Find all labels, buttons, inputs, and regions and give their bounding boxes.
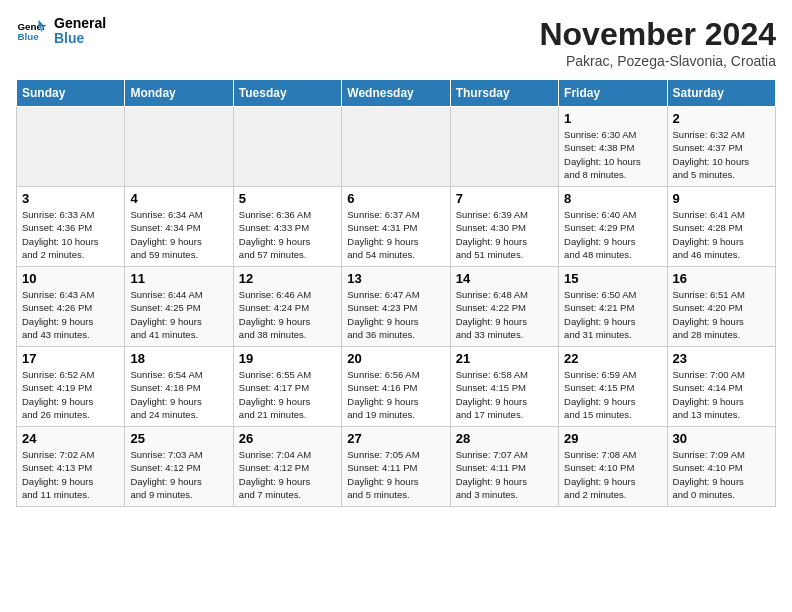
day-info: Sunrise: 7:07 AM Sunset: 4:11 PM Dayligh… bbox=[456, 448, 553, 501]
calendar-cell: 1Sunrise: 6:30 AM Sunset: 4:38 PM Daylig… bbox=[559, 107, 667, 187]
calendar-cell: 21Sunrise: 6:58 AM Sunset: 4:15 PM Dayli… bbox=[450, 347, 558, 427]
weekday-header-tuesday: Tuesday bbox=[233, 80, 341, 107]
calendar-week-row: 3Sunrise: 6:33 AM Sunset: 4:36 PM Daylig… bbox=[17, 187, 776, 267]
calendar-cell: 24Sunrise: 7:02 AM Sunset: 4:13 PM Dayli… bbox=[17, 427, 125, 507]
day-info: Sunrise: 6:54 AM Sunset: 4:18 PM Dayligh… bbox=[130, 368, 227, 421]
weekday-header-wednesday: Wednesday bbox=[342, 80, 450, 107]
day-info: Sunrise: 6:44 AM Sunset: 4:25 PM Dayligh… bbox=[130, 288, 227, 341]
day-number: 11 bbox=[130, 271, 227, 286]
day-info: Sunrise: 6:59 AM Sunset: 4:15 PM Dayligh… bbox=[564, 368, 661, 421]
calendar-cell: 6Sunrise: 6:37 AM Sunset: 4:31 PM Daylig… bbox=[342, 187, 450, 267]
calendar-cell: 26Sunrise: 7:04 AM Sunset: 4:12 PM Dayli… bbox=[233, 427, 341, 507]
weekday-header-sunday: Sunday bbox=[17, 80, 125, 107]
weekday-header-friday: Friday bbox=[559, 80, 667, 107]
day-info: Sunrise: 6:32 AM Sunset: 4:37 PM Dayligh… bbox=[673, 128, 770, 181]
day-number: 3 bbox=[22, 191, 119, 206]
weekday-header-row: SundayMondayTuesdayWednesdayThursdayFrid… bbox=[17, 80, 776, 107]
day-number: 6 bbox=[347, 191, 444, 206]
day-info: Sunrise: 7:04 AM Sunset: 4:12 PM Dayligh… bbox=[239, 448, 336, 501]
day-number: 13 bbox=[347, 271, 444, 286]
day-info: Sunrise: 7:09 AM Sunset: 4:10 PM Dayligh… bbox=[673, 448, 770, 501]
day-info: Sunrise: 7:00 AM Sunset: 4:14 PM Dayligh… bbox=[673, 368, 770, 421]
day-info: Sunrise: 6:34 AM Sunset: 4:34 PM Dayligh… bbox=[130, 208, 227, 261]
calendar-header: SundayMondayTuesdayWednesdayThursdayFrid… bbox=[17, 80, 776, 107]
header: General Blue General Blue November 2024 … bbox=[16, 16, 776, 69]
calendar-cell: 17Sunrise: 6:52 AM Sunset: 4:19 PM Dayli… bbox=[17, 347, 125, 427]
day-info: Sunrise: 6:37 AM Sunset: 4:31 PM Dayligh… bbox=[347, 208, 444, 261]
calendar-cell: 13Sunrise: 6:47 AM Sunset: 4:23 PM Dayli… bbox=[342, 267, 450, 347]
day-number: 26 bbox=[239, 431, 336, 446]
day-number: 7 bbox=[456, 191, 553, 206]
calendar-cell: 14Sunrise: 6:48 AM Sunset: 4:22 PM Dayli… bbox=[450, 267, 558, 347]
calendar-cell: 28Sunrise: 7:07 AM Sunset: 4:11 PM Dayli… bbox=[450, 427, 558, 507]
day-number: 22 bbox=[564, 351, 661, 366]
day-number: 12 bbox=[239, 271, 336, 286]
day-number: 16 bbox=[673, 271, 770, 286]
day-number: 30 bbox=[673, 431, 770, 446]
day-info: Sunrise: 6:39 AM Sunset: 4:30 PM Dayligh… bbox=[456, 208, 553, 261]
day-number: 4 bbox=[130, 191, 227, 206]
logo: General Blue General Blue bbox=[16, 16, 106, 47]
day-info: Sunrise: 7:03 AM Sunset: 4:12 PM Dayligh… bbox=[130, 448, 227, 501]
calendar-cell: 18Sunrise: 6:54 AM Sunset: 4:18 PM Dayli… bbox=[125, 347, 233, 427]
calendar-cell: 3Sunrise: 6:33 AM Sunset: 4:36 PM Daylig… bbox=[17, 187, 125, 267]
logo-blue: Blue bbox=[54, 31, 106, 46]
calendar-cell: 30Sunrise: 7:09 AM Sunset: 4:10 PM Dayli… bbox=[667, 427, 775, 507]
calendar-cell: 7Sunrise: 6:39 AM Sunset: 4:30 PM Daylig… bbox=[450, 187, 558, 267]
day-number: 23 bbox=[673, 351, 770, 366]
calendar-cell: 5Sunrise: 6:36 AM Sunset: 4:33 PM Daylig… bbox=[233, 187, 341, 267]
location: Pakrac, Pozega-Slavonia, Croatia bbox=[539, 53, 776, 69]
calendar-cell bbox=[125, 107, 233, 187]
day-number: 20 bbox=[347, 351, 444, 366]
calendar-cell: 29Sunrise: 7:08 AM Sunset: 4:10 PM Dayli… bbox=[559, 427, 667, 507]
calendar-cell: 11Sunrise: 6:44 AM Sunset: 4:25 PM Dayli… bbox=[125, 267, 233, 347]
calendar-cell: 20Sunrise: 6:56 AM Sunset: 4:16 PM Dayli… bbox=[342, 347, 450, 427]
day-info: Sunrise: 6:40 AM Sunset: 4:29 PM Dayligh… bbox=[564, 208, 661, 261]
day-number: 28 bbox=[456, 431, 553, 446]
day-number: 2 bbox=[673, 111, 770, 126]
day-number: 10 bbox=[22, 271, 119, 286]
day-info: Sunrise: 6:47 AM Sunset: 4:23 PM Dayligh… bbox=[347, 288, 444, 341]
day-info: Sunrise: 7:02 AM Sunset: 4:13 PM Dayligh… bbox=[22, 448, 119, 501]
weekday-header-saturday: Saturday bbox=[667, 80, 775, 107]
day-number: 14 bbox=[456, 271, 553, 286]
day-info: Sunrise: 7:05 AM Sunset: 4:11 PM Dayligh… bbox=[347, 448, 444, 501]
calendar-week-row: 24Sunrise: 7:02 AM Sunset: 4:13 PM Dayli… bbox=[17, 427, 776, 507]
day-number: 19 bbox=[239, 351, 336, 366]
calendar-cell: 12Sunrise: 6:46 AM Sunset: 4:24 PM Dayli… bbox=[233, 267, 341, 347]
calendar-cell: 15Sunrise: 6:50 AM Sunset: 4:21 PM Dayli… bbox=[559, 267, 667, 347]
calendar-cell: 27Sunrise: 7:05 AM Sunset: 4:11 PM Dayli… bbox=[342, 427, 450, 507]
logo-general: General bbox=[54, 16, 106, 31]
day-info: Sunrise: 6:50 AM Sunset: 4:21 PM Dayligh… bbox=[564, 288, 661, 341]
day-number: 27 bbox=[347, 431, 444, 446]
calendar-cell: 4Sunrise: 6:34 AM Sunset: 4:34 PM Daylig… bbox=[125, 187, 233, 267]
day-info: Sunrise: 6:43 AM Sunset: 4:26 PM Dayligh… bbox=[22, 288, 119, 341]
calendar-cell: 22Sunrise: 6:59 AM Sunset: 4:15 PM Dayli… bbox=[559, 347, 667, 427]
day-info: Sunrise: 6:30 AM Sunset: 4:38 PM Dayligh… bbox=[564, 128, 661, 181]
day-info: Sunrise: 6:58 AM Sunset: 4:15 PM Dayligh… bbox=[456, 368, 553, 421]
day-number: 17 bbox=[22, 351, 119, 366]
calendar-cell: 2Sunrise: 6:32 AM Sunset: 4:37 PM Daylig… bbox=[667, 107, 775, 187]
calendar-table: SundayMondayTuesdayWednesdayThursdayFrid… bbox=[16, 79, 776, 507]
day-number: 21 bbox=[456, 351, 553, 366]
calendar-cell bbox=[342, 107, 450, 187]
day-number: 25 bbox=[130, 431, 227, 446]
day-number: 5 bbox=[239, 191, 336, 206]
logo-icon: General Blue bbox=[16, 16, 46, 46]
weekday-header-monday: Monday bbox=[125, 80, 233, 107]
day-info: Sunrise: 6:56 AM Sunset: 4:16 PM Dayligh… bbox=[347, 368, 444, 421]
day-info: Sunrise: 6:51 AM Sunset: 4:20 PM Dayligh… bbox=[673, 288, 770, 341]
calendar-cell: 9Sunrise: 6:41 AM Sunset: 4:28 PM Daylig… bbox=[667, 187, 775, 267]
day-info: Sunrise: 6:46 AM Sunset: 4:24 PM Dayligh… bbox=[239, 288, 336, 341]
day-info: Sunrise: 6:36 AM Sunset: 4:33 PM Dayligh… bbox=[239, 208, 336, 261]
day-info: Sunrise: 6:33 AM Sunset: 4:36 PM Dayligh… bbox=[22, 208, 119, 261]
calendar-cell bbox=[17, 107, 125, 187]
day-info: Sunrise: 6:48 AM Sunset: 4:22 PM Dayligh… bbox=[456, 288, 553, 341]
calendar-cell: 25Sunrise: 7:03 AM Sunset: 4:12 PM Dayli… bbox=[125, 427, 233, 507]
weekday-header-thursday: Thursday bbox=[450, 80, 558, 107]
calendar-cell bbox=[233, 107, 341, 187]
svg-text:Blue: Blue bbox=[18, 31, 40, 42]
day-number: 24 bbox=[22, 431, 119, 446]
day-number: 9 bbox=[673, 191, 770, 206]
day-number: 1 bbox=[564, 111, 661, 126]
